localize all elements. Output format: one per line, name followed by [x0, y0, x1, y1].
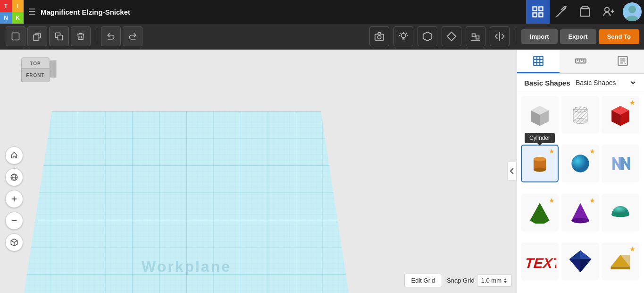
shape-roof[interactable]: ★	[602, 242, 639, 280]
shape-tool-1[interactable]	[418, 26, 437, 46]
align-icon	[470, 31, 481, 42]
edit-grid-button[interactable]: Edit Grid	[404, 274, 443, 287]
svg-point-13	[377, 35, 381, 39]
minus-icon	[10, 216, 18, 225]
logo-k: K	[12, 12, 24, 24]
shape-star-indicator: ★	[629, 245, 636, 253]
project-title: Magnificent Elzing-Snicket	[41, 8, 526, 16]
svg-marker-70	[613, 157, 622, 170]
svg-point-68	[534, 168, 546, 172]
bottom-controls: Edit Grid Snap Grid 1.0 mm	[404, 274, 512, 287]
cylinder-hole-icon	[567, 102, 594, 128]
import-button[interactable]: Import	[521, 29, 557, 44]
shape-3d-text[interactable]	[602, 145, 639, 182]
camera-icon	[374, 31, 385, 42]
logo-i: I	[12, 0, 24, 12]
panel-scroll-left[interactable]	[507, 162, 517, 181]
shape-cylinder[interactable]: ★ Cylinder	[521, 145, 559, 182]
tab-ruler-view[interactable]	[560, 50, 602, 73]
diamond-shape-icon	[567, 248, 594, 275]
shape-star-indicator: ★	[549, 147, 555, 155]
tab-grid-view[interactable]	[517, 50, 560, 73]
shape-sphere[interactable]: ★	[561, 145, 599, 182]
svg-rect-38	[534, 56, 543, 66]
shape-purple-cone[interactable]: ★	[561, 194, 599, 232]
svg-marker-20	[423, 32, 432, 41]
nav-adduser-button[interactable]	[597, 0, 620, 24]
shape-text-sign[interactable]: TEXT	[521, 242, 559, 280]
user-avatar[interactable]	[623, 2, 642, 21]
shape-diamond[interactable]	[561, 242, 599, 280]
viewcube-top-label: TOP	[30, 61, 41, 66]
fit-view-button[interactable]	[5, 233, 23, 251]
svg-point-77	[612, 213, 629, 217]
shape-half-sphere[interactable]	[602, 194, 639, 232]
notes-icon	[617, 55, 629, 67]
align-button[interactable]	[466, 26, 485, 46]
right-panel: Basic Shapes Basic Shapes Featured Shape…	[517, 50, 644, 293]
svg-marker-82	[580, 259, 591, 272]
svg-rect-23	[476, 36, 479, 39]
svg-rect-9	[33, 35, 39, 41]
svg-rect-8	[12, 33, 19, 40]
svg-line-18	[406, 33, 407, 34]
main-area: TOP FRONT	[0, 50, 644, 293]
shape-red-cube[interactable]: ★	[602, 96, 639, 134]
delete-button[interactable]	[71, 26, 91, 46]
undo-button[interactable]	[101, 26, 121, 46]
nav-3d-button[interactable]	[526, 0, 550, 24]
nav-pickaxe-button[interactable]	[550, 0, 573, 24]
redo-icon	[128, 32, 137, 41]
shape-star-indicator: ★	[589, 197, 595, 204]
view-cube[interactable]: TOP FRONT	[14, 57, 57, 92]
category-title: Basic Shapes	[524, 79, 574, 87]
copy-design-icon	[33, 32, 42, 41]
toolbar: Import Export Send To	[0, 24, 644, 50]
shape-tool-2[interactable]	[442, 26, 461, 46]
workplane: Workplane	[24, 111, 349, 293]
export-button[interactable]: Export	[560, 29, 596, 44]
redo-button[interactable]	[123, 26, 142, 46]
svg-marker-74	[530, 203, 549, 224]
grid-view-icon	[532, 55, 544, 67]
zoom-out-button[interactable]	[5, 212, 23, 230]
shape-cylinder-hole[interactable]	[561, 96, 599, 134]
light-button[interactable]	[393, 26, 413, 46]
svg-rect-1	[539, 7, 543, 11]
camera-button[interactable]	[369, 26, 389, 46]
viewcube-front-label: FRONT	[26, 73, 44, 78]
copy-button[interactable]	[49, 26, 69, 46]
mirror-button[interactable]	[490, 26, 510, 46]
orbit-button[interactable]	[5, 168, 23, 186]
adduser-icon	[602, 5, 615, 18]
shape-box[interactable]	[521, 96, 559, 134]
shape-star-indicator: ★	[549, 197, 555, 204]
home-icon	[10, 151, 18, 160]
snap-value-display[interactable]: 1.0 mm	[477, 274, 512, 287]
nav-box-button[interactable]	[573, 0, 597, 24]
sendto-button[interactable]: Send To	[599, 29, 639, 44]
zoom-in-button[interactable]	[5, 190, 23, 208]
plus-icon	[10, 195, 18, 203]
svg-point-69	[571, 155, 589, 172]
shape-green-pyramid[interactable]: ★	[521, 194, 559, 232]
chevron-up-down-icon	[503, 277, 508, 284]
canvas-area[interactable]: TOP FRONT	[0, 50, 517, 293]
category-selector[interactable]: Basic Shapes Featured Shapes Text and Nu…	[574, 78, 637, 87]
copy-design-button[interactable]	[27, 26, 47, 46]
logo: T I N K	[0, 0, 24, 24]
toolbar-undo-group	[100, 26, 143, 46]
svg-marker-84	[611, 267, 630, 269]
snap-value-text: 1.0 mm	[481, 277, 502, 284]
box-icon	[578, 5, 592, 18]
tab-notes-view[interactable]	[602, 50, 644, 73]
svg-text:TEXT: TEXT	[525, 255, 556, 271]
hexagon-icon	[422, 31, 433, 42]
svg-point-61	[573, 107, 587, 112]
home-view-button[interactable]	[5, 146, 23, 164]
svg-point-60	[573, 118, 587, 123]
document-icon[interactable]: ☰	[28, 7, 36, 17]
svg-rect-0	[533, 7, 537, 11]
new-design-button[interactable]	[6, 26, 25, 46]
undo-icon	[106, 32, 116, 41]
